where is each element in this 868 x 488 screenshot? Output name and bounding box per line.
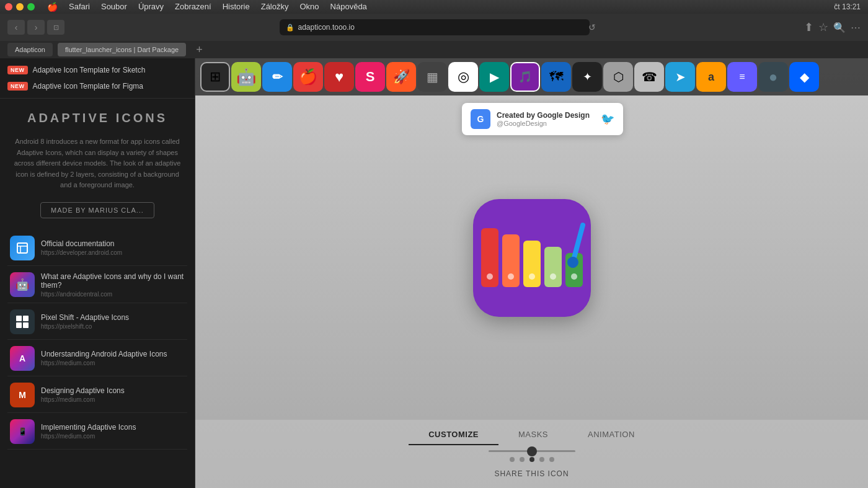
- address-bar[interactable]: 🔒 adapticon.tooo.io: [280, 19, 590, 35]
- strip-icon[interactable]: 🗺: [541, 62, 571, 92]
- slider-track: [489, 450, 575, 452]
- link-info-2: What are Adaptive Icons and why do I wan…: [41, 272, 185, 298]
- xyl-mallet: [570, 222, 586, 265]
- menu-zobrazeni[interactable]: Zobrazení: [175, 2, 211, 12]
- new-badge-row-1[interactable]: NEW Adaptive Icon Template for Sketch: [7, 63, 187, 77]
- close-button[interactable]: [5, 3, 12, 11]
- creator-card: G Created by Google Design @GoogleDesign…: [462, 103, 623, 135]
- tab-customize[interactable]: CUSTOMIZE: [409, 425, 498, 445]
- fullscreen-button[interactable]: [27, 3, 35, 11]
- creator-logo: G: [471, 109, 490, 129]
- list-item[interactable]: 📱 Implementing Adaptive Icons https://me…: [7, 414, 187, 450]
- share-icon[interactable]: ⬆: [804, 20, 813, 34]
- creator-handle: @GoogleDesign: [497, 120, 590, 127]
- menu-napoveda[interactable]: Nápověda: [330, 2, 367, 12]
- link-info-5: Designing Adaptive Icons https://medium.…: [41, 386, 125, 403]
- new-badge-2: NEW: [7, 82, 28, 91]
- strip-icon[interactable]: ⬡: [603, 62, 633, 92]
- strip-icon-selected[interactable]: ⊞: [200, 62, 230, 92]
- twitter-icon[interactable]: 🐦: [601, 112, 614, 126]
- menu-historie[interactable]: Historie: [223, 2, 250, 12]
- icon-strip: ⊞ 🤖 ✏ 🍎 ♥ S 🚀 ▦ ◎ ▶ 🎵 🗺 ✦ ⬡ ☎ ➤ a ≡ ● ◆: [195, 58, 868, 95]
- tab-animation[interactable]: ANIMATION: [568, 425, 655, 445]
- slider-thumb[interactable]: [527, 446, 537, 456]
- window-button[interactable]: ⊡: [47, 20, 64, 35]
- tab-adapticon[interactable]: Adapticon: [7, 43, 53, 56]
- list-item[interactable]: 🤖 What are Adaptive Icons and why do I w…: [7, 267, 187, 303]
- new-badge-row-2[interactable]: NEW Adaptive Icon Template for Figma: [7, 79, 187, 93]
- list-item[interactable]: M Designing Adaptive Icons https://mediu…: [7, 378, 187, 413]
- strip-icon[interactable]: ≡: [727, 62, 757, 92]
- link-thumb-4: A: [10, 346, 35, 371]
- sidebar-links: Official documentation https://developer…: [0, 224, 195, 456]
- reload-button[interactable]: ↺: [588, 22, 596, 32]
- link-title-3: Pixel Shift - Adaptive Icons: [41, 313, 129, 322]
- main-app-icon: [473, 199, 591, 317]
- share-icon-button[interactable]: SHARE THIS ICON: [494, 467, 569, 481]
- svg-rect-4: [23, 316, 29, 321]
- made-by-button[interactable]: MADE BY MARIUS CLA...: [40, 202, 154, 218]
- slider-row: [489, 450, 575, 452]
- browser-toolbar: ⬆ ☆ 🔍 ⋯: [804, 20, 861, 34]
- strip-icon[interactable]: ◎: [448, 62, 478, 92]
- search-icon[interactable]: 🔍: [833, 22, 846, 33]
- strip-icon[interactable]: ◆: [789, 62, 819, 92]
- minimize-button[interactable]: [16, 3, 24, 11]
- svg-rect-5: [16, 322, 22, 328]
- sidebar: NEW Adaptive Icon Template for Sketch NE…: [0, 58, 195, 488]
- link-thumb-2: 🤖: [10, 272, 35, 297]
- xyl-hole-4: [550, 273, 556, 280]
- menu-soubor[interactable]: Soubor: [101, 2, 127, 12]
- strip-icon[interactable]: ✦: [572, 62, 602, 92]
- strip-icon[interactable]: ▦: [417, 62, 447, 92]
- strip-icon-active[interactable]: 🎵: [510, 62, 540, 92]
- link-url-6: https://medium.com: [41, 433, 136, 440]
- dot-5[interactable]: [549, 457, 554, 462]
- dot-2[interactable]: [520, 457, 525, 462]
- strip-icon[interactable]: ➤: [665, 62, 695, 92]
- strip-icon[interactable]: 🍎: [293, 62, 323, 92]
- control-tabs: CUSTOMIZE MASKS ANIMATION: [409, 425, 655, 445]
- list-item[interactable]: Pixel Shift - Adaptive Icons https://pix…: [7, 304, 187, 340]
- tab-masks[interactable]: MASKS: [498, 425, 568, 445]
- strip-icon[interactable]: ▶: [479, 62, 509, 92]
- new-badges-section: NEW Adaptive Icon Template for Sketch NE…: [0, 58, 195, 99]
- forward-button[interactable]: ›: [27, 20, 45, 35]
- link-title-5: Designing Adaptive Icons: [41, 386, 125, 395]
- link-url-3: https://pixelshift.co: [41, 323, 129, 330]
- strip-icon[interactable]: S: [355, 62, 385, 92]
- dot-4[interactable]: [539, 457, 544, 462]
- menu-safari[interactable]: Safari: [69, 2, 90, 12]
- xyl-bar-4: [544, 247, 562, 287]
- link-url-4: https://medium.com: [41, 360, 167, 366]
- content-area: ⊞ 🤖 ✏ 🍎 ♥ S 🚀 ▦ ◎ ▶ 🎵 🗺 ✦ ⬡ ☎ ➤ a ≡ ● ◆ …: [195, 58, 868, 488]
- dots-row: [510, 457, 554, 462]
- tab-flutter[interactable]: flutter_launcher_icons | Dart Package: [58, 43, 186, 56]
- menu-okno[interactable]: Okno: [300, 2, 319, 12]
- dot-1[interactable]: [510, 457, 515, 462]
- link-url-1: https://developer.android.com: [41, 249, 122, 256]
- browser-chrome: ‹ › ⊡ 🔒 adapticon.tooo.io ↺ ⬆ ☆ 🔍 ⋯: [0, 14, 868, 41]
- xylophone-graphic: [473, 216, 591, 299]
- strip-icon[interactable]: ☎: [634, 62, 664, 92]
- dot-3[interactable]: [529, 457, 534, 462]
- strip-icon[interactable]: 🤖: [231, 62, 261, 92]
- strip-icon[interactable]: 🚀: [386, 62, 416, 92]
- menu-zalozky[interactable]: Záložky: [261, 2, 289, 12]
- list-item[interactable]: A Understanding Android Adaptive Icons h…: [7, 341, 187, 376]
- strip-icon[interactable]: ♥: [324, 62, 354, 92]
- list-item[interactable]: Official documentation https://developer…: [7, 231, 187, 266]
- link-thumb-1: [10, 236, 35, 260]
- bottom-controls: CUSTOMIZE MASKS ANIMATION SHARE THIS ICO…: [195, 420, 868, 488]
- icon-display: [195, 95, 868, 420]
- status-bar: čt 13:21: [834, 2, 861, 11]
- back-button[interactable]: ‹: [7, 20, 25, 35]
- strip-icon[interactable]: ✏: [262, 62, 292, 92]
- menu-apple[interactable]: 🍎: [47, 2, 58, 12]
- strip-icon[interactable]: ●: [758, 62, 788, 92]
- menu-icon[interactable]: ⋯: [851, 22, 861, 33]
- new-tab-button[interactable]: +: [196, 43, 203, 56]
- menu-upravy[interactable]: Úpravy: [138, 2, 164, 12]
- strip-icon[interactable]: a: [696, 62, 726, 92]
- bookmark-icon[interactable]: ☆: [818, 20, 828, 34]
